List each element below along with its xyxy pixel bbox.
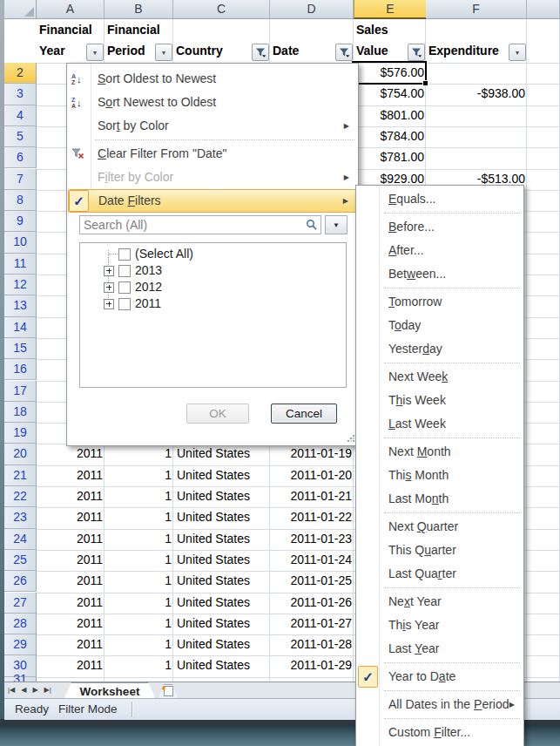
row-header-21[interactable]: 21 xyxy=(4,465,37,486)
cell-B25[interactable]: 1 xyxy=(105,553,177,570)
search-dropdown-button[interactable]: ▼ xyxy=(325,215,347,234)
row-header-9[interactable]: 9 xyxy=(4,211,37,232)
expand-plus-icon[interactable] xyxy=(104,299,114,309)
submenu-item-all-dates-in-the-period[interactable]: All Dates in the Period▶ xyxy=(357,693,523,716)
row-header-23[interactable]: 23 xyxy=(4,507,37,528)
cell-C22[interactable]: United States xyxy=(173,489,272,506)
cell-B27[interactable]: 1 xyxy=(105,595,177,613)
row-header-15[interactable]: 15 xyxy=(4,338,37,359)
menu-item-sort-by-color[interactable]: Sort by Color▶ xyxy=(68,114,357,138)
cell-E5[interactable]: $784.00 xyxy=(354,129,429,146)
cell-B20[interactable]: 1 xyxy=(105,446,177,464)
next-sheet-icon[interactable]: ▶ xyxy=(32,684,37,696)
cell-D28[interactable]: 2011-01-27 xyxy=(270,616,357,634)
cell-C23[interactable]: United States xyxy=(173,510,272,527)
cell-A25[interactable]: 2011 xyxy=(37,553,108,570)
submenu-item-yesterday[interactable]: Yesterday xyxy=(357,337,523,361)
expand-plus-icon[interactable] xyxy=(104,266,114,276)
row-header-22[interactable]: 22 xyxy=(4,486,37,507)
search-input[interactable]: Search (All) xyxy=(79,215,321,234)
row-header-18[interactable]: 18 xyxy=(4,402,37,423)
tree-checkbox[interactable] xyxy=(118,298,131,310)
cancel-button[interactable]: Cancel xyxy=(271,404,337,424)
row-header-8[interactable]: 8 xyxy=(4,190,37,211)
cell-C26[interactable]: United States xyxy=(173,573,272,591)
cell-D22[interactable]: 2011-01-21 xyxy=(270,489,357,506)
active-filter-button-d[interactable] xyxy=(335,44,353,61)
ok-button[interactable]: OK xyxy=(186,404,249,424)
cell-C30[interactable]: United States xyxy=(173,658,272,675)
cell-D21[interactable]: 2011-01-20 xyxy=(270,468,357,485)
cell-C29[interactable]: United States xyxy=(173,637,272,654)
cell-A27[interactable]: 2011 xyxy=(37,595,108,613)
cell-C28[interactable]: United States xyxy=(173,616,272,634)
column-header-d[interactable]: D xyxy=(270,0,354,19)
submenu-item-between[interactable]: Between... xyxy=(357,262,523,286)
row-header-29[interactable]: 29 xyxy=(4,634,37,655)
cell-B30[interactable]: 1 xyxy=(105,658,177,675)
row-header-2[interactable]: 2 xyxy=(4,63,37,84)
column-header-b[interactable]: B xyxy=(105,0,173,19)
submenu-item-tomorrow[interactable]: Tomorrow xyxy=(357,290,523,314)
row-header-24[interactable]: 24 xyxy=(4,529,37,550)
cell-C25[interactable]: United States xyxy=(173,553,272,570)
column-header-a[interactable]: A xyxy=(37,0,105,19)
row-header-11[interactable]: 11 xyxy=(4,254,37,275)
menu-item-date-filters[interactable]: Date Filters▶ xyxy=(68,189,357,213)
prev-sheet-icon[interactable]: ◀ xyxy=(21,684,26,696)
cell-D27[interactable]: 2011-01-26 xyxy=(270,595,357,613)
cell-A28[interactable]: 2011 xyxy=(37,616,108,634)
row-header-10[interactable]: 10 xyxy=(4,232,37,253)
submenu-item-last-quarter[interactable]: Last Quarter xyxy=(357,562,523,586)
tab-worksheet[interactable]: Worksheet xyxy=(64,682,156,699)
submenu-item-last-month[interactable]: Last Month xyxy=(357,487,523,511)
cell-E6[interactable]: $781.00 xyxy=(354,150,429,167)
row-header-7[interactable]: 7 xyxy=(4,169,37,190)
menu-item-clear-filter-from-date[interactable]: Clear Filter From "Date" xyxy=(68,142,357,166)
cell-B23[interactable]: 1 xyxy=(105,510,177,527)
submenu-item-equals[interactable]: Equals... xyxy=(357,187,523,211)
row-header-28[interactable]: 28 xyxy=(4,614,37,634)
cell-F3[interactable]: -$938.00 xyxy=(426,86,530,104)
tree-item-2013[interactable]: 2013 xyxy=(80,262,346,279)
submenu-item-next-year[interactable]: Next Year xyxy=(357,590,523,614)
submenu-item-next-month[interactable]: Next Month xyxy=(357,440,523,464)
submenu-item-next-quarter[interactable]: Next Quarter xyxy=(357,515,523,539)
tree-checkbox[interactable] xyxy=(118,265,131,277)
active-filter-button-c[interactable] xyxy=(252,44,269,61)
fill-handle[interactable] xyxy=(422,80,428,86)
select-all-corner[interactable] xyxy=(4,0,37,19)
row-header-14[interactable]: 14 xyxy=(4,317,37,338)
column-header-f[interactable]: F xyxy=(426,0,527,19)
cell-B24[interactable]: 1 xyxy=(105,532,177,549)
submenu-item-before[interactable]: Before... xyxy=(357,215,523,239)
row-header-17[interactable]: 17 xyxy=(4,381,37,402)
cell-C27[interactable]: United States xyxy=(173,595,272,613)
cell-D25[interactable]: 2011-01-24 xyxy=(270,553,357,570)
tree-checkbox[interactable] xyxy=(118,281,131,294)
tree-checkbox[interactable] xyxy=(118,248,131,261)
cell-C21[interactable]: United States xyxy=(173,468,272,485)
tree-item-2011[interactable]: 2011 xyxy=(80,295,346,312)
expand-plus-icon[interactable] xyxy=(104,282,114,293)
submenu-item-last-week[interactable]: Last Week xyxy=(357,412,523,436)
cell-D30[interactable]: 2011-01-29 xyxy=(270,658,357,675)
submenu-item-custom-filter[interactable]: Custom Filter... xyxy=(357,721,523,744)
row-header-20[interactable]: 20 xyxy=(4,444,37,465)
column-header-c[interactable]: C xyxy=(173,0,270,19)
submenu-item-this-quarter[interactable]: This Quarter xyxy=(357,539,523,562)
menu-item-sort-oldest-to-newest[interactable]: Sort Oldest to Newest xyxy=(68,67,357,91)
submenu-item-this-month[interactable]: This Month xyxy=(357,464,523,487)
cell-E3[interactable]: $754.00 xyxy=(354,86,429,104)
tree-item-2012[interactable]: 2012 xyxy=(80,279,346,295)
row-header-16[interactable]: 16 xyxy=(4,359,37,380)
row-header-12[interactable]: 12 xyxy=(4,275,37,295)
row-header-26[interactable]: 26 xyxy=(4,571,37,592)
cell-C24[interactable]: United States xyxy=(173,532,272,549)
column-header-e[interactable]: E xyxy=(354,0,427,19)
active-filter-button-e[interactable] xyxy=(408,44,425,61)
menu-item-sort-newest-to-oldest[interactable]: Sort Newest to Oldest xyxy=(68,91,357,114)
cell-A22[interactable]: 2011 xyxy=(37,489,108,506)
submenu-item-next-week[interactable]: Next Week xyxy=(357,365,523,389)
tree-item-select-all[interactable]: (Select All) xyxy=(80,246,346,262)
